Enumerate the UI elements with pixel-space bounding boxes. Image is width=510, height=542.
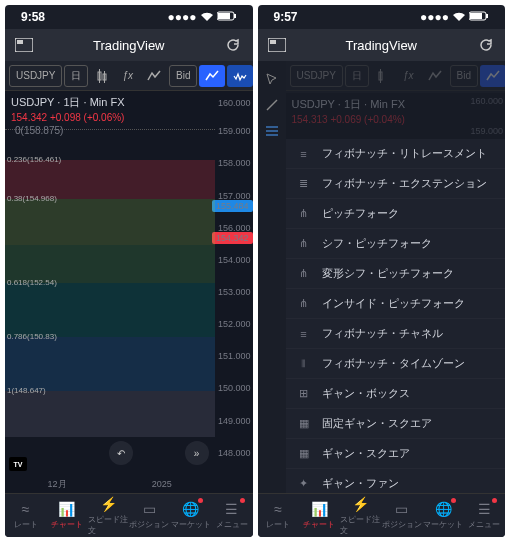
tool-label: ギャン・ボックス: [322, 386, 410, 401]
symbol-selector[interactable]: USDJPY: [9, 65, 62, 87]
refresh-icon[interactable]: [477, 36, 495, 54]
scroll-right-button[interactable]: »: [185, 441, 209, 465]
settings-icon[interactable]: [141, 65, 167, 87]
tool-item[interactable]: ≡フィボナッチ・チャネル: [286, 319, 506, 349]
tool-item[interactable]: ⊞ギャン・ボックス: [286, 379, 506, 409]
tool-icon: ⋔: [296, 236, 312, 252]
nav-メニュー[interactable]: ☰メニュー: [211, 494, 252, 537]
notification-dot: [492, 498, 497, 503]
tool-item[interactable]: ⋔変形シフ・ピッチフォーク: [286, 259, 506, 289]
nav-メニュー[interactable]: ☰メニュー: [464, 494, 505, 537]
tool-icon: ≡: [296, 146, 312, 162]
notification-dot: [198, 498, 203, 503]
tool-label: ギャン・スクエア: [322, 446, 410, 461]
nav-ポジション[interactable]: ▭ポジション: [381, 494, 422, 537]
chart-mode-2[interactable]: [227, 65, 252, 87]
tool-item[interactable]: ▦ギャン・スクエア: [286, 439, 506, 469]
nav-icon: 🌐: [435, 501, 452, 517]
symbol-selector[interactable]: USDJPY: [290, 65, 343, 87]
price-badge-indicator: 155.484: [212, 200, 253, 212]
tool-item[interactable]: ▦固定ギャン・スクエア: [286, 409, 506, 439]
app-header: TradingView: [5, 29, 253, 61]
nav-label: レート: [266, 519, 290, 530]
nav-label: スピード注文: [88, 514, 129, 536]
nav-icon: ☰: [225, 501, 238, 517]
nav-スピード注文[interactable]: ⚡スピード注文: [340, 494, 381, 537]
tool-item[interactable]: ⦀フィボナッチ・タイムゾーン: [286, 349, 506, 379]
nav-icon: 📊: [311, 501, 328, 517]
chart-mode-1[interactable]: [480, 65, 505, 87]
tool-item[interactable]: ⋔インサイド・ピッチフォーク: [286, 289, 506, 319]
svg-rect-11: [486, 14, 488, 18]
phone-left: 9:58 ●●●● TradingView USDJPY 日 ƒx Bid: [5, 5, 253, 537]
line-tool[interactable]: [262, 95, 282, 115]
battery-icon: [469, 10, 489, 24]
drawing-toolbar: [258, 63, 286, 147]
indicators-icon[interactable]: ƒx: [116, 65, 139, 87]
bid-toggle[interactable]: Bid: [169, 65, 197, 87]
tool-item[interactable]: ⋔ピッチフォーク: [286, 199, 506, 229]
tool-item[interactable]: ≣フィボナッチ・エクステンション: [286, 169, 506, 199]
nav-ポジション[interactable]: ▭ポジション: [129, 494, 170, 537]
candle-type-icon[interactable]: [371, 65, 395, 87]
nav-レート[interactable]: ≈レート: [258, 494, 299, 537]
candle-type-icon[interactable]: [90, 65, 114, 87]
clock: 9:58: [21, 10, 45, 24]
chart-canvas[interactable]: 0.236(156.461)0.38(154.968)0.618(152.54)…: [5, 91, 215, 475]
y-axis: 160.000 159.000158.000157.000156.000154.…: [215, 91, 253, 493]
header-title: TradingView: [345, 38, 417, 53]
tradingview-logo: TV: [9, 457, 27, 471]
undo-button[interactable]: ↶: [109, 441, 133, 465]
cursor-tool[interactable]: [262, 69, 282, 89]
nav-icon: ≈: [274, 501, 282, 517]
nav-label: チャート: [303, 519, 335, 530]
status-indicators: ●●●●: [168, 10, 237, 24]
nav-スピード注文[interactable]: ⚡スピード注文: [88, 494, 129, 537]
nav-チャート[interactable]: 📊チャート: [46, 494, 87, 537]
nav-label: ポジション: [129, 519, 169, 530]
nav-チャート[interactable]: 📊チャート: [299, 494, 340, 537]
tool-label: シフ・ピッチフォーク: [322, 236, 432, 251]
bid-toggle[interactable]: Bid: [450, 65, 478, 87]
settings-icon[interactable]: [422, 65, 448, 87]
wifi-icon: [452, 10, 466, 24]
tool-icon: ≡: [296, 326, 312, 342]
layout-icon[interactable]: [268, 36, 286, 54]
tool-item[interactable]: ≡フィボナッチ・リトレースメント: [286, 139, 506, 169]
svg-rect-1: [218, 13, 230, 19]
notification-dot: [240, 498, 245, 503]
interval-selector[interactable]: 日: [345, 65, 369, 87]
nav-label: マーケット: [423, 519, 463, 530]
chart-info: USDJPY · 1日 · Min FX 154.313 +0.069 (+0.…: [292, 97, 406, 125]
tool-label: フィボナッチ・タイムゾーン: [322, 356, 465, 371]
chart-toolbar: USDJPY 日 ƒx Bid: [5, 61, 253, 91]
nav-icon: 📊: [58, 501, 75, 517]
layout-icon[interactable]: [15, 36, 33, 54]
nav-label: スピード注文: [340, 514, 381, 536]
nav-label: レート: [14, 519, 38, 530]
tool-item[interactable]: ⋔シフ・ピッチフォーク: [286, 229, 506, 259]
nav-レート[interactable]: ≈レート: [5, 494, 46, 537]
chart-area[interactable]: USDJPY · 1日 · Min FX 154.342 +0.098 (+0.…: [5, 91, 253, 493]
drawing-tool-menu[interactable]: ≡フィボナッチ・リトレースメント≣フィボナッチ・エクステンション⋔ピッチフォーク…: [286, 139, 506, 493]
chart-mode-1[interactable]: [199, 65, 225, 87]
status-bar: 9:57 ●●●●: [258, 5, 506, 29]
tool-label: 変形シフ・ピッチフォーク: [322, 266, 454, 281]
nav-マーケット[interactable]: 🌐マーケット: [423, 494, 464, 537]
tool-icon: ⦀: [296, 356, 312, 372]
tool-icon: ⊞: [296, 386, 312, 402]
svg-rect-2: [234, 14, 236, 18]
status-indicators: ●●●●: [420, 10, 489, 24]
nav-icon: ≈: [22, 501, 30, 517]
tool-label: 固定ギャン・スクエア: [322, 416, 432, 431]
interval-selector[interactable]: 日: [64, 65, 88, 87]
refresh-icon[interactable]: [224, 36, 242, 54]
nav-label: ポジション: [382, 519, 422, 530]
indicators-icon[interactable]: ƒx: [397, 65, 420, 87]
nav-icon: ☰: [478, 501, 491, 517]
nav-label: チャート: [51, 519, 83, 530]
tool-label: フィボナッチ・エクステンション: [322, 176, 487, 191]
tool-item[interactable]: ✦ギャン・ファン: [286, 469, 506, 493]
nav-マーケット[interactable]: 🌐マーケット: [170, 494, 211, 537]
fib-tool[interactable]: [262, 121, 282, 141]
